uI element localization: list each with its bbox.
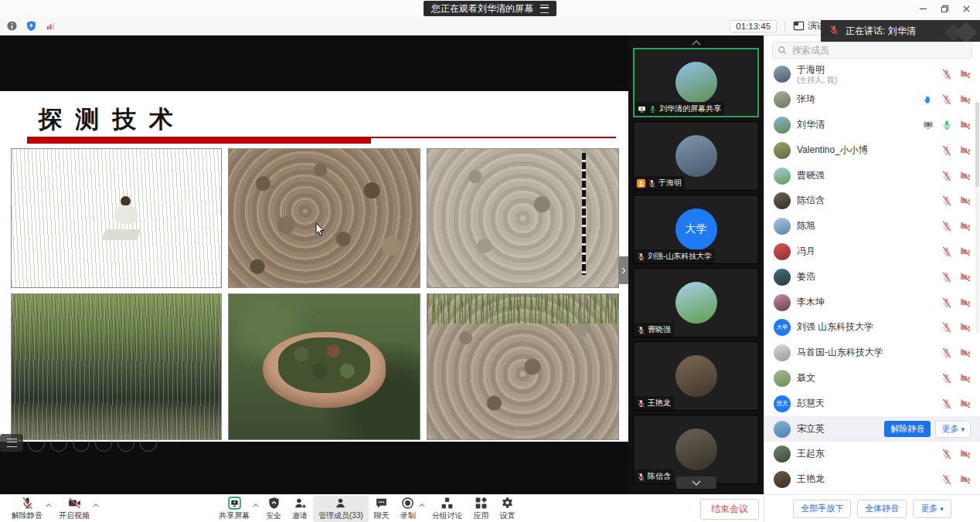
participant-row[interactable]: 刘华清 xyxy=(764,113,980,138)
network-signal-icon[interactable] xyxy=(45,20,56,32)
tile-label: 刘华清的屏幕共享 xyxy=(635,102,724,116)
participant-row[interactable]: 宋立英解除静音更多 ▾ xyxy=(764,416,980,442)
unmute-button[interactable]: 解除静音 xyxy=(884,421,931,437)
participant-name: 刘强 山东科技大学 xyxy=(797,322,873,333)
presentation-slide: 探 测 技 术 xyxy=(0,91,628,442)
tile-name: 刘强-山东科技大学 xyxy=(648,251,712,262)
mic-muted-icon xyxy=(637,253,645,261)
tile-label: 陈信含 xyxy=(634,469,674,483)
chevron-up-icon[interactable] xyxy=(419,503,425,507)
apps-icon xyxy=(475,497,488,510)
slide-photo-3 xyxy=(427,148,619,288)
search-box[interactable] xyxy=(772,42,972,59)
mic-muted-dark-icon xyxy=(21,497,34,510)
participant-avatar xyxy=(774,91,791,108)
tile-label: 曹晓强 xyxy=(634,323,674,337)
toolbar-cam-off-dark-button[interactable]: 开启视频 xyxy=(53,496,95,522)
tile-label: 于海明 xyxy=(634,176,685,190)
participant-row[interactable]: 陈旭 xyxy=(764,214,980,239)
cam-off-icon xyxy=(960,69,971,80)
participant-row[interactable]: 陈信含 xyxy=(764,188,980,214)
toolbar-apps-button[interactable]: 应用 xyxy=(468,496,495,522)
cam-off-icon xyxy=(960,322,971,333)
toolbar-invite-button[interactable]: 邀请 xyxy=(287,496,313,522)
participant-name: Valentino_小小博 xyxy=(797,145,868,156)
participant-avatar xyxy=(774,168,791,185)
video-tile[interactable]: 王艳龙 xyxy=(633,341,759,411)
invite-icon xyxy=(294,497,307,510)
chevron-up-icon[interactable] xyxy=(93,503,99,507)
participant-row[interactable]: 于海明(主持人, 我) xyxy=(764,62,980,87)
close-button[interactable] xyxy=(955,0,977,17)
participant-row[interactable]: 马首国-山东科技大学 xyxy=(764,341,980,366)
restore-button[interactable] xyxy=(934,0,955,17)
tile-avatar xyxy=(675,429,717,470)
screenshare-icon xyxy=(638,105,646,114)
cam-off-icon xyxy=(960,94,971,105)
participant-row[interactable]: 慧天彭慧天 xyxy=(764,391,980,416)
cam-off-dark-icon xyxy=(68,497,81,510)
chevron-up-icon[interactable] xyxy=(46,503,52,507)
filmstrip-scroll-down[interactable] xyxy=(676,476,716,489)
watching-banner-text: 您正在观看刘华清的屏幕 xyxy=(431,2,533,15)
toolbar-settings-button[interactable]: 设置 xyxy=(495,496,521,522)
video-tile[interactable]: 大学刘强-山东科技大学 xyxy=(633,195,759,264)
slideshow-controls xyxy=(28,435,157,452)
slide-accent-line xyxy=(27,137,616,138)
tile-avatar xyxy=(675,282,717,324)
participant-row[interactable]: Valentino_小小博 xyxy=(764,137,980,163)
scrollbar[interactable] xyxy=(975,102,979,334)
cam-off-icon xyxy=(960,221,971,232)
filmstrip-scroll-up[interactable] xyxy=(628,38,764,48)
footer-action-button[interactable]: 全体静音 xyxy=(857,500,907,518)
footer-action-button[interactable]: 全部手放下 xyxy=(793,500,851,518)
more-button[interactable]: 更多 ▾ xyxy=(935,421,971,438)
participant-avatar xyxy=(774,117,791,134)
collapse-filmstrip-handle[interactable] xyxy=(618,256,628,284)
chevron-up-icon xyxy=(692,40,701,46)
toolbar-members-button[interactable]: 管理成员(33) xyxy=(313,496,369,522)
minimize-button[interactable] xyxy=(912,0,934,17)
shield-icon xyxy=(267,497,281,510)
security-shield-icon[interactable] xyxy=(26,20,37,32)
participant-avatar: 大学 xyxy=(774,319,791,336)
cam-off-icon xyxy=(960,272,971,283)
mic-muted-icon xyxy=(941,474,952,485)
toolbar-record-button[interactable]: 录制 xyxy=(395,496,421,522)
participant-name: 彭慧天 xyxy=(797,398,825,409)
video-tile[interactable]: 于海明 xyxy=(633,121,759,191)
participant-row[interactable]: 姜浩 xyxy=(764,264,980,290)
participant-row[interactable]: 王起东 xyxy=(764,442,980,467)
mic-muted-icon xyxy=(829,25,839,38)
video-tile[interactable]: 陈信含 xyxy=(633,415,759,484)
toolbar-shield-button[interactable]: 安全 xyxy=(260,496,287,522)
mic-muted-icon xyxy=(941,221,952,232)
meeting-info-icon[interactable] xyxy=(6,20,18,32)
toolbar-chat-button[interactable]: 聊天 xyxy=(369,496,395,522)
screen-watching-banner: 您正在观看刘华清的屏幕 xyxy=(424,1,556,16)
mic-muted-icon xyxy=(941,246,952,257)
mic-muted-icon xyxy=(941,398,952,409)
chevron-up-icon[interactable] xyxy=(253,503,259,507)
toolbar-share-screen-button[interactable]: 共享屏幕 xyxy=(213,496,255,522)
banner-menu-icon[interactable] xyxy=(540,5,549,13)
toolbar-mic-muted-dark-button[interactable]: 解除静音 xyxy=(6,496,48,522)
toolbar-breakout-button[interactable]: 分组讨论 xyxy=(427,496,468,522)
participant-row[interactable]: 大学刘强 山东科技大学 xyxy=(764,315,980,341)
participant-row[interactable]: 李木坤 xyxy=(764,290,980,315)
search-input[interactable] xyxy=(791,44,967,56)
participant-row[interactable]: 王艳龙 xyxy=(764,467,980,493)
participant-row[interactable]: 张琦 xyxy=(764,87,980,113)
mic-muted-icon xyxy=(941,449,952,459)
participant-row[interactable]: 冯月 xyxy=(764,239,980,265)
participant-row[interactable]: 聂文 xyxy=(764,366,980,392)
mic-muted-icon xyxy=(941,195,952,206)
participant-row[interactable]: 曹晓强 xyxy=(764,163,980,188)
mouse-cursor xyxy=(315,222,326,239)
video-tile[interactable]: 曹晓强 xyxy=(633,268,759,337)
footer-more-button[interactable]: 更多 ▾ xyxy=(913,500,951,518)
video-tile[interactable]: 刘华清的屏幕共享 xyxy=(633,48,759,117)
mic-muted-icon xyxy=(941,145,952,156)
end-meeting-button[interactable]: 结束会议 xyxy=(700,499,759,520)
participant-avatar xyxy=(774,421,791,438)
